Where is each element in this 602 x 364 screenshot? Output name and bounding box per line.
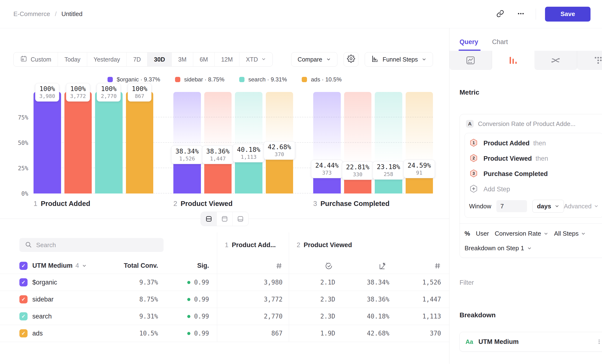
report-type-funnel[interactable] bbox=[492, 51, 535, 70]
sig-dot bbox=[187, 298, 190, 301]
chart-type-selector[interactable]: Funnel Steps bbox=[365, 52, 433, 67]
steps-scope-selector[interactable]: All Steps bbox=[554, 230, 586, 237]
range-tab-custom[interactable]: Custom bbox=[14, 53, 58, 66]
metric-title[interactable]: Conversion Rate of Product Adde... bbox=[478, 120, 576, 128]
save-button[interactable]: Save bbox=[545, 7, 591, 21]
range-tab-xtd[interactable]: XTD bbox=[239, 53, 272, 66]
search-input[interactable] bbox=[36, 241, 151, 249]
funnel-bar-$organic[interactable]: 100%3,980 bbox=[33, 92, 61, 193]
row-checkbox[interactable]: ✓ bbox=[19, 329, 28, 337]
row-checkbox[interactable]: ✓ bbox=[19, 312, 28, 321]
table-row[interactable]: ✓search9.31%0.992,7702.3D40.18%1,113 bbox=[0, 308, 449, 325]
funnel-bar-search[interactable]: 23.18%258 bbox=[375, 92, 402, 193]
bar-value-label: 38.36%1,447 bbox=[202, 146, 234, 164]
avg-time-icon[interactable] bbox=[289, 258, 335, 274]
chart-settings-button[interactable] bbox=[344, 52, 358, 67]
range-tab-6m[interactable]: 6M bbox=[193, 53, 215, 66]
legend-item[interactable]: $organic · 9.37% bbox=[108, 76, 160, 83]
window-value-input[interactable] bbox=[496, 200, 527, 212]
chevron-down-icon bbox=[544, 231, 548, 236]
count-icon[interactable] bbox=[217, 258, 289, 274]
breakdown-section-header: Breakdown + bbox=[460, 311, 602, 319]
ghost-bar bbox=[406, 92, 433, 169]
calendar-icon bbox=[20, 55, 27, 62]
funnel-bar-search[interactable]: 40.18%1,113 bbox=[235, 92, 262, 193]
query-step-3[interactable]: 3Purchase Completed bbox=[469, 166, 599, 182]
add-step-button[interactable]: Add Step bbox=[469, 182, 599, 197]
conv-rate-icon[interactable] bbox=[335, 258, 389, 274]
report-type-tabs bbox=[450, 51, 602, 70]
panel-tab-query[interactable]: Query bbox=[460, 38, 478, 51]
report-type-insights[interactable] bbox=[450, 51, 492, 70]
step-group: 24.44%37322.81%33023.18%25824.59%91 bbox=[313, 92, 433, 193]
query-step-2[interactable]: 2Product Viewed then bbox=[469, 151, 599, 166]
view-toggle-chart-only[interactable] bbox=[217, 212, 233, 226]
bar-value-label: 100%3,980 bbox=[35, 83, 59, 102]
range-tab-today[interactable]: Today bbox=[58, 53, 87, 66]
table-search[interactable] bbox=[19, 238, 163, 252]
breakdown-item[interactable]: Aa UTM Medium bbox=[460, 332, 602, 352]
select-all-checkbox[interactable]: ✓ bbox=[19, 262, 28, 270]
legend-item[interactable]: ads · 10.5% bbox=[302, 76, 342, 83]
table-row[interactable]: ✓ads10.5%0.998671.9D42.68%370 bbox=[0, 325, 449, 342]
row-total-conv: 9.37% bbox=[110, 274, 158, 291]
range-tab-7d[interactable]: 7D bbox=[127, 53, 148, 66]
advanced-toggle[interactable]: Advanced bbox=[564, 203, 599, 210]
row-checkbox[interactable]: ✓ bbox=[19, 295, 28, 303]
row-step2-time: 1.9D bbox=[289, 325, 335, 342]
sig-header[interactable]: Sig. bbox=[158, 258, 217, 274]
funnel-bar-$organic[interactable]: 24.44%373 bbox=[313, 92, 341, 193]
bar-value-label: 23.18%258 bbox=[373, 161, 404, 180]
chevron-down-icon bbox=[555, 204, 559, 209]
total-conv-header[interactable]: Total Conv. bbox=[110, 258, 158, 274]
funnel-bar-ads[interactable]: 42.68%370 bbox=[266, 92, 293, 193]
report-canvas: CustomTodayYesterday7D30D3M6M12MXTD Comp… bbox=[0, 28, 450, 364]
row-sig: 0.99 bbox=[158, 274, 217, 291]
breadcrumb-report-title[interactable]: Untitled bbox=[61, 10, 82, 18]
ghost-bar bbox=[375, 92, 402, 170]
breakdown-on-selector[interactable]: Breakdown on Step 1 bbox=[464, 245, 602, 252]
row-step2-time: 2.1D bbox=[289, 274, 335, 291]
query-step-1[interactable]: 1Product Added then bbox=[469, 136, 599, 151]
more-options-button[interactable] bbox=[515, 8, 527, 20]
table-row[interactable]: ✓$organic9.37%0.993,9802.1D38.34%1,526 bbox=[0, 274, 449, 291]
view-toggle-table-only[interactable] bbox=[233, 212, 248, 226]
breakdown-column-header[interactable]: UTM Medium 4 bbox=[32, 262, 87, 269]
legend-item[interactable]: search · 9.31% bbox=[239, 76, 287, 83]
measurement-selector[interactable]: Conversion Rate bbox=[495, 230, 548, 237]
breakdown-item-menu[interactable] bbox=[596, 339, 602, 345]
compare-button[interactable]: Compare bbox=[291, 52, 337, 67]
count-icon[interactable] bbox=[389, 258, 450, 274]
row-checkbox[interactable]: ✓ bbox=[19, 278, 28, 286]
bar-fill bbox=[33, 92, 61, 193]
funnel-steps-card: 1Product Added then2Product Viewed then3… bbox=[464, 133, 602, 218]
row-sig: 0.99 bbox=[158, 308, 217, 325]
funnel-bar-$organic[interactable]: 38.34%1,526 bbox=[173, 92, 201, 193]
funnel-bar-sidebar[interactable]: 100%3,772 bbox=[64, 92, 92, 193]
share-link-button[interactable] bbox=[494, 8, 506, 20]
range-tab-12m[interactable]: 12M bbox=[215, 53, 239, 66]
funnel-bar-search[interactable]: 100%2,770 bbox=[95, 92, 123, 193]
view-toggle-split-horizontal[interactable] bbox=[201, 212, 217, 226]
funnel-bar-sidebar[interactable]: 38.36%1,447 bbox=[204, 92, 232, 193]
report-type-retention[interactable] bbox=[577, 51, 602, 70]
funnel-bar-ads[interactable]: 24.59%91 bbox=[406, 92, 433, 193]
sig-dot bbox=[187, 332, 190, 335]
funnel-bar-ads[interactable]: 100%867 bbox=[126, 92, 153, 193]
funnel-icon bbox=[508, 55, 518, 66]
chart-legend: $organic · 9.37%sidebar · 8.75%search · … bbox=[0, 76, 449, 83]
range-tab-30d[interactable]: 30D bbox=[148, 53, 172, 66]
panel-tab-chart[interactable]: Chart bbox=[492, 38, 508, 51]
breadcrumb-project[interactable]: E-Commerce bbox=[13, 10, 50, 18]
metric-card: A Conversion Rate of Product Adde... 1Pr… bbox=[460, 114, 602, 258]
table-row[interactable]: ✓sidebar8.75%0.993,7722.3D38.36%1,447 bbox=[0, 291, 449, 308]
legend-item[interactable]: sidebar · 8.75% bbox=[175, 76, 224, 83]
entity-selector[interactable]: User bbox=[476, 230, 489, 237]
range-tab-3m[interactable]: 3M bbox=[172, 53, 193, 66]
range-tab-yesterday[interactable]: Yesterday bbox=[87, 53, 127, 66]
report-type-flows[interactable] bbox=[535, 51, 577, 70]
layout-view-toggle bbox=[201, 212, 248, 226]
funnel-bar-sidebar[interactable]: 22.81%330 bbox=[344, 92, 372, 193]
bar-value-label: 24.59%91 bbox=[403, 160, 435, 178]
window-unit-select[interactable]: days bbox=[532, 200, 564, 213]
